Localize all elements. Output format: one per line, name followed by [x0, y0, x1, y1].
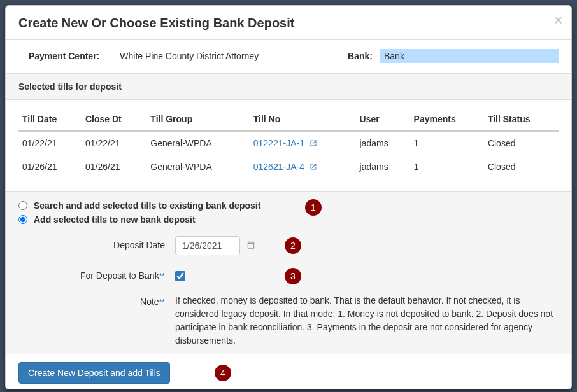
cell-till-no: 012621-JA-4	[250, 155, 356, 179]
cell-till-status: Closed	[484, 131, 559, 155]
radio-new[interactable]	[18, 215, 27, 224]
tills-table: Till Date Close Dt Till Group Till No Us…	[18, 108, 559, 178]
radio-new-row: Add selected tills to new bank deposit	[18, 214, 559, 225]
cell-till-date: 01/22/21	[18, 131, 82, 155]
cell-till-group: General-WPDA	[146, 131, 249, 155]
cell-till-no: 012221-JA-1	[250, 131, 356, 155]
deposit-date-input[interactable]	[175, 236, 240, 255]
col-till-date: Till Date	[18, 108, 82, 131]
callout-3: 3	[285, 268, 301, 284]
col-till-no: Till No	[250, 108, 356, 131]
till-link[interactable]: 012221-JA-1	[253, 138, 304, 148]
section-header: Selected tills for deposit	[6, 73, 571, 100]
callout-1: 1	[305, 199, 322, 216]
note-label: Note**	[18, 293, 165, 307]
for-deposit-checkbox[interactable]	[175, 271, 185, 281]
cell-till-group: General-WPDA	[146, 155, 249, 179]
calendar-icon[interactable]	[246, 241, 255, 251]
cell-close-dt: 01/22/21	[82, 131, 146, 155]
form-area: Deposit Date 2 For Deposit to Bank** 3	[18, 236, 559, 347]
bank-label: Bank:	[348, 51, 373, 61]
cell-till-status: Closed	[484, 155, 559, 179]
table-row: 01/26/21 01/26/21 General-WPDA 012621-JA…	[18, 155, 559, 179]
modal-header: Create New Or Choose Existing Bank Depos…	[6, 6, 571, 39]
tills-table-wrap: Till Date Close Dt Till Group Till No Us…	[6, 100, 571, 191]
payment-center-value: White Pine County District Attorney	[120, 51, 259, 61]
col-payments: Payments	[410, 108, 484, 131]
close-button[interactable]: ×	[554, 12, 562, 29]
for-deposit-label: For Deposit to Bank**	[18, 267, 165, 281]
table-row: 01/22/21 01/22/21 General-WPDA 012221-JA…	[18, 131, 559, 155]
for-deposit-row: For Deposit to Bank** 3	[18, 267, 559, 281]
callout-4: 4	[215, 365, 231, 381]
cell-till-date: 01/26/21	[18, 155, 82, 179]
cell-user: jadams	[356, 131, 410, 155]
note-text: If checked, money is deposited to bank. …	[175, 293, 557, 347]
modal-container: Create New Or Choose Existing Bank Depos…	[5, 5, 572, 389]
options-section: Search and add selected tills to existin…	[6, 191, 571, 354]
radio-existing-row: Search and add selected tills to existin…	[18, 200, 559, 211]
cell-user: jadams	[356, 155, 410, 179]
cell-payments: 1	[410, 155, 484, 179]
filter-bar: Payment Center: White Pine County Distri…	[6, 39, 571, 73]
col-till-status: Till Status	[484, 108, 559, 131]
radio-existing-label[interactable]: Search and add selected tills to existin…	[34, 200, 260, 211]
payment-center-label: Payment Center:	[29, 51, 99, 61]
note-row: Note** If checked, money is deposited to…	[18, 293, 559, 347]
cell-payments: 1	[410, 131, 484, 155]
radio-new-label[interactable]: Add selected tills to new bank deposit	[34, 214, 196, 225]
modal-title: Create New Or Choose Existing Bank Depos…	[18, 16, 559, 31]
col-till-group: Till Group	[146, 108, 249, 131]
external-link-icon[interactable]	[310, 163, 317, 171]
modal-footer: Create New Deposit and add Tills 4	[6, 354, 571, 392]
callout-2: 2	[285, 237, 301, 254]
col-close-dt: Close Dt	[82, 108, 146, 131]
cell-close-dt: 01/26/21	[82, 155, 146, 179]
col-user: User	[356, 108, 410, 131]
radio-existing[interactable]	[18, 201, 27, 210]
external-link-icon[interactable]	[310, 139, 317, 147]
bank-input[interactable]	[380, 49, 559, 63]
deposit-date-row: Deposit Date 2	[18, 236, 559, 255]
till-link[interactable]: 012621-JA-4	[253, 162, 304, 172]
deposit-date-label: Deposit Date	[18, 236, 165, 250]
create-deposit-button[interactable]: Create New Deposit and add Tills	[18, 362, 170, 384]
